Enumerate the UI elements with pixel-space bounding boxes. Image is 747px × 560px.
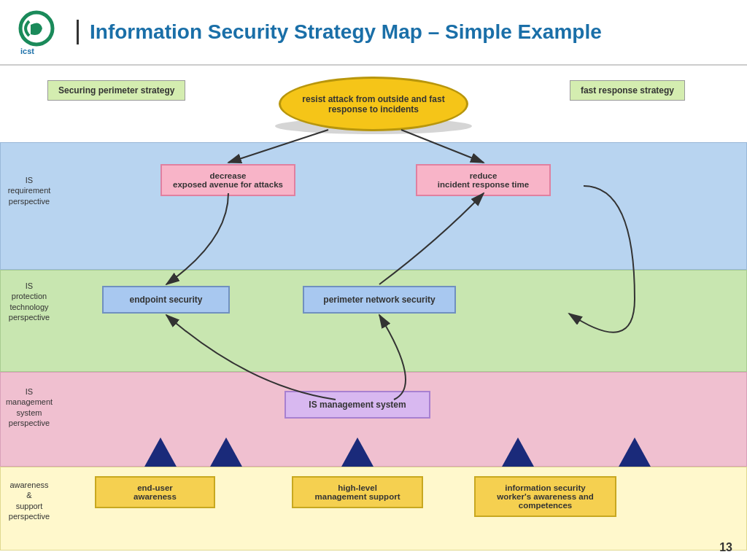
band-is-requirement (0, 142, 747, 270)
endpoint-security-box: endpoint security (102, 286, 230, 314)
fast-response-strategy-label: fast response strategy (570, 80, 685, 101)
decrease-label: decreaseexposed avenue for attacks (173, 171, 283, 189)
arrow-high-level (341, 438, 374, 467)
is-mgmt-label: IS management system (309, 400, 406, 410)
main-content: ISrequirementperspective ISprotectiontec… (0, 66, 747, 560)
info-sec-box: information securityworker's awareness a… (474, 476, 616, 517)
reduce-box: reduceincident response time (416, 164, 551, 196)
is-management-box: IS management system (285, 391, 430, 419)
arrow-info-sec (502, 438, 534, 467)
perspective-label-4: awareness&supportperspective (4, 480, 55, 521)
page-number: 13 (719, 541, 732, 554)
perspective-label-3: ISmanagementsystemperspective (4, 386, 55, 428)
high-level-label: high-levelmanagement support (315, 483, 400, 501)
end-user-label: end-userawareness (133, 483, 177, 501)
logo: icst (15, 7, 66, 58)
perspective-label-1: ISrequirementperspective (4, 175, 55, 206)
arrow-end-user (144, 438, 177, 467)
perimeter-label: perimeter network security (323, 295, 435, 305)
securing-perimeter-strategy-label: Securing perimeter strategy (47, 80, 185, 101)
high-level-box: high-levelmanagement support (292, 476, 423, 508)
arrow-2 (210, 438, 242, 467)
reduce-label: reduceincident response time (438, 171, 529, 189)
band-is-protection (0, 270, 747, 372)
perimeter-network-box: perimeter network security (303, 286, 456, 314)
central-ellipse: resist attack from outside and fastrespo… (279, 77, 468, 131)
page-title: Information Security Strategy Map – Simp… (77, 20, 602, 44)
svg-text:icst: icst (20, 47, 34, 55)
header: icst Information Security Strategy Map –… (0, 0, 747, 66)
decrease-box: decreaseexposed avenue for attacks (160, 164, 295, 196)
end-user-box: end-userawareness (95, 476, 215, 508)
endpoint-label: endpoint security (129, 295, 202, 305)
perspective-label-2: ISprotectiontechnologyperspective (4, 281, 55, 322)
arrow-5 (619, 438, 651, 467)
info-sec-label: information securityworker's awareness a… (497, 483, 594, 510)
